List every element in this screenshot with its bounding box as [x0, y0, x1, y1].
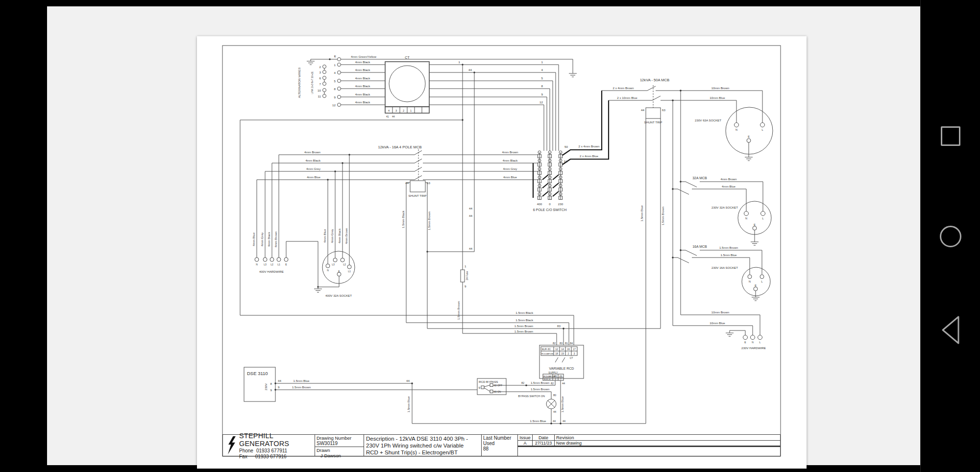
wire-label: 4mm Blue	[722, 185, 735, 188]
wire-label: 1.5mm Blue	[530, 419, 546, 423]
wire-label: 4mm Brown	[502, 150, 518, 154]
last-number-label: Last Number Used	[483, 435, 516, 446]
wire-label: 4mm Brown	[304, 150, 321, 154]
wire-label: 4mm Black	[355, 68, 371, 71]
alternator-title: ALTERNATOR WIRES	[297, 68, 301, 98]
last-number-cell: Last Number Used 88	[482, 435, 518, 456]
wire-label: 1.5mm Brown	[531, 381, 550, 384]
rcd-row-label: ELR-3C	[544, 378, 551, 380]
ct-sub-terminal: 44	[392, 115, 395, 118]
terminal-letter: L2	[270, 263, 273, 266]
wire-number: 9	[278, 385, 280, 389]
distribution-bus	[673, 91, 681, 326]
revision-date: 27/11/23	[533, 441, 555, 446]
section-title: 12kVA - 16A 4 POLE MCB	[378, 145, 422, 149]
section-title: 400V 32A SOCKET	[325, 294, 352, 297]
drawing-number-cell: Drawing Number SW30119 Drawn J Dawson	[315, 435, 364, 456]
rcd-supply-label: SUPPLY	[548, 371, 558, 374]
rcd-terminal: 18	[555, 352, 558, 355]
wiring-diagram-svg: ALTERNATOR WIRES LINK 2+3 6+7 10+11 E 2 …	[197, 36, 807, 469]
wire-label: 4mm Grey	[503, 167, 518, 170]
wire-label: 1.5mm Blue	[720, 253, 737, 257]
wire-number: 50	[564, 145, 568, 148]
rcd-ct-label: CT	[570, 356, 573, 359]
section-title: 230V 32A SOCKET	[711, 206, 738, 209]
terminal-letter: N	[752, 341, 754, 344]
wire-label: 1.5mm Blue	[293, 379, 310, 382]
wire-number: 1	[541, 60, 543, 64]
revision-header: Revision	[555, 435, 780, 440]
mcb-label: 16A MCB	[692, 245, 707, 248]
terminal-number: 3	[319, 71, 321, 74]
ct-cell: 1	[410, 109, 412, 112]
switch-position: 400	[537, 202, 542, 206]
wire-number: 8	[541, 84, 543, 88]
wire-number: 44	[553, 410, 556, 413]
terminal-number: 4	[334, 71, 336, 74]
back-button[interactable]	[921, 316, 980, 344]
terminal-letter: L	[761, 128, 763, 131]
description-cell: Description - 12kVA DSE 3110 400 3Ph - 2…	[364, 435, 482, 456]
rcd-terminal: 3	[574, 352, 575, 355]
switch-position: 0	[549, 202, 551, 206]
rcd-terminal: 17	[573, 348, 576, 351]
wire-number: 83	[560, 342, 563, 345]
wire-number: 80	[553, 394, 556, 397]
wire-label-vert: 4mm Brown	[344, 228, 348, 244]
revision-text: New drawing	[555, 441, 780, 446]
ct-output-wires: 1 1 44 4 5 8 9 12	[429, 60, 559, 151]
wire-number: 83	[557, 324, 561, 328]
lightning-logo-icon	[227, 436, 237, 455]
section-title: 230V HARDWIRE	[741, 346, 766, 350]
revision-row-empty	[518, 447, 780, 447]
terminal-letter: N	[745, 217, 747, 220]
wire-label: 1.5mm Brown	[514, 330, 534, 333]
terminal-number: 6	[319, 76, 321, 80]
wire-number: 44	[469, 214, 472, 217]
home-button[interactable]	[921, 226, 980, 247]
terminal-letter: L1	[348, 270, 351, 273]
wire-label: 4mm Black	[503, 159, 518, 162]
terminal-letter: E	[285, 263, 287, 266]
dse-controller: DSE 3110 230V 8 9 44 1.5mm Blue 9 1.5mm …	[244, 367, 477, 424]
recents-button[interactable]	[921, 126, 980, 146]
drawing-page[interactable]: ALTERNATOR WIRES LINK 2+3 6+7 10+11 E 2 …	[197, 36, 807, 469]
wire-label: 2 x 4mm Brown	[613, 86, 635, 90]
terminal-number: 5	[334, 79, 336, 83]
terminal-letter: E	[744, 341, 746, 344]
wire-number: 12	[539, 100, 543, 104]
wire-number: 44	[469, 207, 472, 210]
revision-issue: A	[518, 441, 533, 446]
rcd-terminal: 12	[555, 348, 558, 351]
drawing-number: SW30119	[317, 441, 362, 446]
section-title: 230V 16A SOCKET	[711, 266, 738, 269]
ct-block: CT 4 3 2 1 41 44	[385, 56, 429, 118]
lamp-label: BYPASS SWITCH ON	[518, 395, 545, 398]
company-cell: STEPHILL GENERATORS Phone01933 677911 Fa…	[223, 435, 315, 456]
fax-number: 01933 677916	[255, 454, 287, 459]
mcb-4pole-section: 12kVA - 16A 4 POLE MCB 4mm Brown 4mm Bla…	[257, 145, 538, 329]
wire-label: 2 x 4mm Brown	[579, 144, 600, 148]
dse-pin: 8	[270, 382, 272, 385]
co-switch: 400 0 230 6 POLE C/O SWITCH 50 2 x 4mm B…	[533, 91, 609, 212]
wire-label-vert: 1.5mm Brown	[457, 301, 460, 320]
wire-label: 4mm Black	[355, 84, 371, 88]
wire-label: 4mm Black	[355, 76, 371, 80]
date-header: Date	[533, 435, 555, 440]
wire-label: 1.5mm Brown	[719, 246, 738, 249]
terminal-letter: L	[760, 341, 761, 344]
wire-label-vert: 4mm Blue	[252, 233, 255, 246]
wire-label: 4mm Blue	[503, 175, 517, 179]
terminal-letter: L	[762, 217, 763, 220]
shunt-trip-label: SHUNT TRIP	[644, 120, 662, 124]
wire-number: 44	[278, 379, 281, 382]
terminal-letter: L	[761, 280, 762, 283]
wire-label-vert: 4mm Black	[267, 232, 270, 247]
wire-label-vert: 1.5mm Brown	[427, 211, 431, 230]
socket-16a-section: 16A MCB 1.5mm Brown 1.5mm Blue 230V 16A …	[672, 245, 770, 301]
wire-label: 4mm Blue	[307, 175, 320, 179]
issue-header: Issue	[518, 435, 533, 440]
document-viewer[interactable]: ALTERNATOR WIRES LINK 2+3 6+7 10+11 E 2 …	[47, 6, 920, 465]
ct-cell: 2	[403, 109, 404, 112]
wire-label: 4mm Black	[355, 100, 371, 104]
